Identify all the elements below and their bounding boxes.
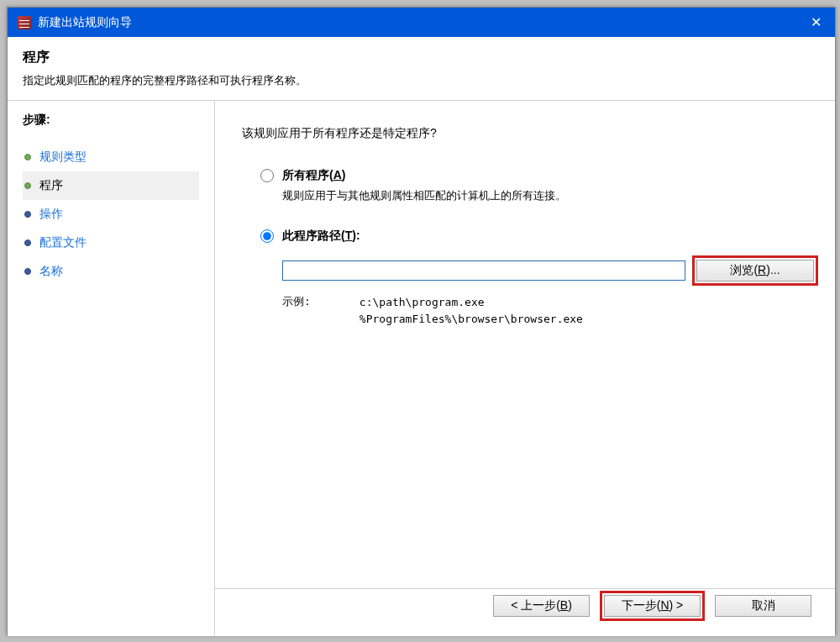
wizard-window: 新建出站规则向导 ✕ 程序 指定此规则匹配的程序的完整程序路径和可执行程序名称。… [7, 7, 836, 635]
bullet-icon [24, 239, 31, 246]
content-question: 该规则应用于所有程序还是特定程序? [242, 126, 818, 141]
radio-all-label: 所有程序(A) [282, 168, 345, 183]
bullet-icon [24, 268, 31, 275]
close-button[interactable]: ✕ [797, 8, 835, 37]
step-item-program[interactable]: 程序 [23, 171, 199, 200]
example-row: 示例: c:\path\program.exe %ProgramFiles%\b… [282, 294, 818, 327]
window-title: 新建出站规则向导 [38, 15, 132, 30]
steps-label: 步骤: [23, 113, 199, 128]
bullet-icon [24, 211, 31, 218]
main-content: 步骤: 规则类型 程序 操作 配置文件 [8, 101, 835, 636]
firewall-icon [18, 16, 31, 29]
radio-all-programs[interactable] [260, 169, 274, 182]
next-button[interactable]: 下一步(N) > [604, 595, 701, 617]
footer-separator [215, 588, 835, 589]
step-item-action[interactable]: 操作 [23, 200, 199, 229]
titlebar-left: 新建出站规则向导 [18, 15, 132, 30]
radio-all-description: 规则应用于与其他规则属性相匹配的计算机上的所有连接。 [282, 188, 818, 203]
step-label: 名称 [39, 264, 63, 279]
example-path-1: c:\path\program.exe [360, 294, 583, 311]
radio-row[interactable]: 此程序路径(T): [260, 229, 818, 244]
highlight-browse: 浏览(R)... [692, 255, 818, 286]
page-title: 程序 [23, 49, 820, 66]
radio-option-all-programs: 所有程序(A) 规则应用于与其他规则属性相匹配的计算机上的所有连接。 [260, 168, 818, 203]
titlebar[interactable]: 新建出站规则向导 ✕ [8, 8, 835, 37]
browse-label: 浏览(R)... [730, 263, 780, 276]
highlight-next: 下一步(N) > [600, 591, 705, 621]
bullet-icon [24, 154, 31, 160]
sidebar: 步骤: 规则类型 程序 操作 配置文件 [8, 101, 215, 636]
path-input-row: 浏览(R)... [282, 255, 818, 286]
step-label: 配置文件 [39, 235, 87, 250]
step-label: 规则类型 [39, 150, 87, 165]
radio-path-label: 此程序路径(T): [282, 229, 360, 244]
radio-group: 所有程序(A) 规则应用于与其他规则属性相匹配的计算机上的所有连接。 此程序路径… [242, 168, 818, 327]
radio-program-path[interactable] [260, 229, 274, 243]
step-item-rule-type[interactable]: 规则类型 [23, 143, 199, 171]
step-label: 操作 [39, 207, 63, 222]
radio-row[interactable]: 所有程序(A) [260, 168, 818, 183]
step-label: 程序 [39, 178, 63, 193]
back-button[interactable]: < 上一步(B) [493, 595, 590, 617]
steps-list: 规则类型 程序 操作 配置文件 名称 [23, 143, 199, 286]
program-path-input[interactable] [282, 260, 685, 281]
example-path-2: %ProgramFiles%\browser\browser.exe [360, 311, 583, 328]
step-item-profile[interactable]: 配置文件 [23, 229, 199, 257]
bullet-icon [24, 182, 31, 189]
content-area: 该规则应用于所有程序还是特定程序? 所有程序(A) 规则应用于与其他规则属性相匹… [215, 101, 835, 636]
example-paths: c:\path\program.exe %ProgramFiles%\brows… [360, 294, 583, 327]
page-subtitle: 指定此规则匹配的程序的完整程序路径和可执行程序名称。 [23, 73, 820, 88]
step-item-name[interactable]: 名称 [23, 257, 199, 286]
browse-button[interactable]: 浏览(R)... [696, 260, 814, 282]
example-label: 示例: [282, 294, 311, 327]
next-label: 下一步(N) > [622, 598, 684, 612]
header-section: 程序 指定此规则匹配的程序的完整程序路径和可执行程序名称。 [8, 37, 835, 100]
back-label: < 上一步(B) [511, 598, 572, 612]
cancel-button[interactable]: 取消 [715, 595, 811, 617]
footer-buttons: < 上一步(B) 下一步(N) > 取消 [493, 591, 811, 621]
radio-option-program-path: 此程序路径(T): 浏览(R)... 示例: c:\path\program.e… [260, 229, 818, 327]
